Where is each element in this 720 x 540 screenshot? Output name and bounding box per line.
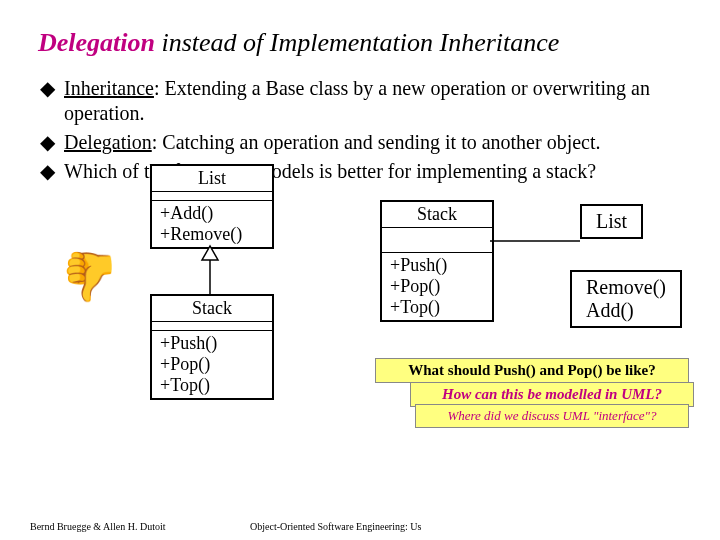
bullet-text: Delegation: Catching an operation and se… bbox=[64, 130, 601, 155]
uml-attrs-empty bbox=[382, 228, 492, 253]
bullet-icon: ◆ bbox=[40, 159, 64, 184]
uml-attrs-empty bbox=[152, 322, 272, 331]
bullet-text: Inheritance: Extending a Base class by a… bbox=[64, 76, 690, 126]
uml-ops: +Push() +Pop() +Top() bbox=[382, 253, 492, 320]
title-emph: Delegation bbox=[38, 28, 155, 57]
uml-class-list-inherit: List +Add() +Remove() bbox=[150, 164, 274, 249]
svg-marker-1 bbox=[202, 246, 218, 260]
footer-book-title: Object-Oriented Software Engineering: Us bbox=[250, 521, 421, 532]
uml-class-stack-inherit: Stack +Push() +Pop() +Top() bbox=[150, 294, 274, 400]
bullet-text: Which of the following models is better … bbox=[64, 159, 596, 184]
uml-class-name: Stack bbox=[152, 296, 272, 322]
title-rest: instead of Implementation Inheritance bbox=[155, 28, 559, 57]
inheritance-arrow bbox=[150, 246, 270, 296]
bullet-item: ◆ Delegation: Catching an operation and … bbox=[40, 130, 690, 155]
bullet-list: ◆ Inheritance: Extending a Base class by… bbox=[40, 76, 690, 184]
uml-class-name: List bbox=[152, 166, 272, 192]
association-line bbox=[490, 236, 580, 246]
uml-class-name: Stack bbox=[382, 202, 492, 228]
slide-title: Delegation instead of Implementation Inh… bbox=[38, 28, 690, 58]
diagram-area: List +Add() +Remove() Stack +Push() +Pop… bbox=[0, 188, 720, 488]
bullet-icon: ◆ bbox=[40, 76, 64, 126]
uml-class-stack-deleg: Stack +Push() +Pop() +Top() bbox=[380, 200, 494, 322]
uml-class-list-name: List bbox=[580, 204, 643, 239]
bullet-item: ◆ Inheritance: Extending a Base class by… bbox=[40, 76, 690, 126]
footer-authors: Bernd Bruegge & Allen H. Dutoit bbox=[30, 521, 166, 532]
bullet-item: ◆ Which of the following models is bette… bbox=[40, 159, 690, 184]
bullet-icon: ◆ bbox=[40, 130, 64, 155]
uml-class-list-ops: Remove() Add() bbox=[570, 270, 682, 328]
uml-ops: +Add() +Remove() bbox=[152, 201, 272, 247]
callout-question-1: What should Push() and Pop() be like? bbox=[375, 358, 689, 383]
callout-question-3: Where did we discuss UML "interface"? bbox=[415, 404, 689, 428]
thumbs-down-icon: 👎 bbox=[60, 248, 120, 305]
uml-ops: +Push() +Pop() +Top() bbox=[152, 331, 272, 398]
uml-attrs-empty bbox=[152, 192, 272, 201]
